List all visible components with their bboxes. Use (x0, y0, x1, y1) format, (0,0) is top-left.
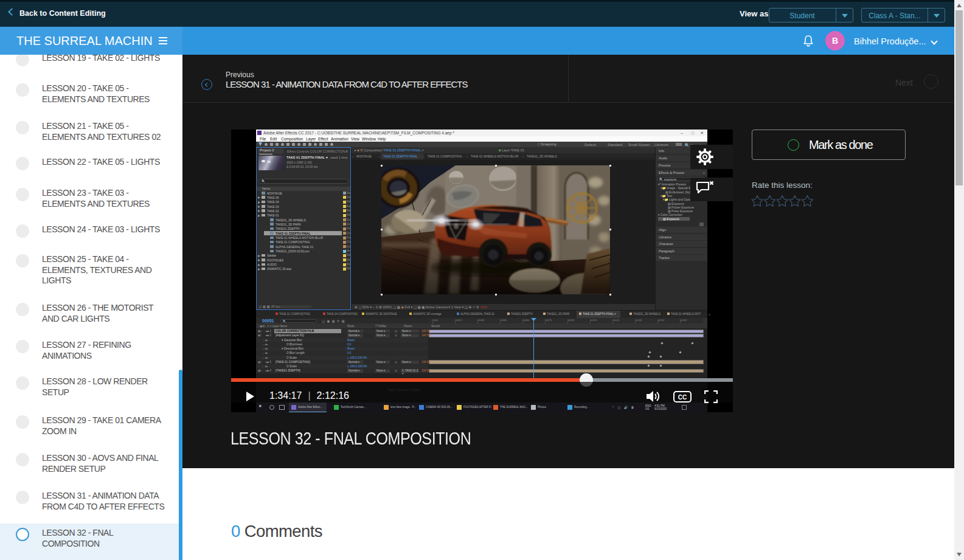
svg-text:CC: CC (678, 394, 687, 401)
